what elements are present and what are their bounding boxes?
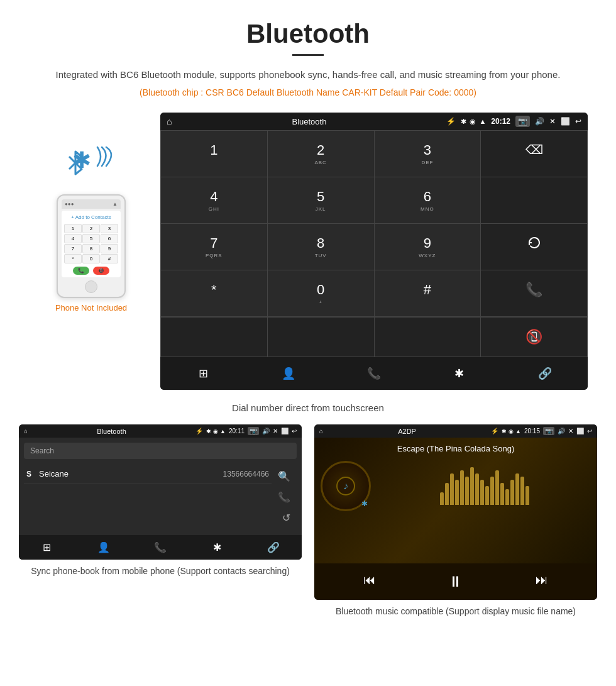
dial-key-8[interactable]: 8TUV [268, 224, 374, 270]
eq-bar [445, 483, 449, 505]
phone-home-button [85, 280, 97, 293]
phonebook-footer: ⊞ 👤 📞 ✱ 🔗 [19, 535, 302, 560]
phone-key-7: 7 [64, 244, 82, 253]
dial-key-4[interactable]: 4GHI [161, 177, 267, 223]
pb-close-icon: ✕ [273, 428, 278, 434]
pb-refresh-action-icon[interactable]: ↺ [280, 509, 293, 526]
phone-key-8: 8 [82, 244, 100, 253]
contact-letter: S [26, 470, 39, 479]
pb-status-title: Bluetooth [31, 428, 192, 435]
dial-key-7[interactable]: 7PQRS [161, 224, 267, 270]
footer-apps-icon[interactable]: ⊞ [161, 358, 246, 389]
ms-loc-icon: ◉ [509, 428, 514, 434]
phone-not-included-label: Phone Not Included [55, 303, 127, 313]
ms-home-icon: ⌂ [319, 428, 323, 434]
pb-footer-link[interactable]: 🔗 [246, 535, 302, 560]
ms-back-icon: ↩ [587, 428, 592, 434]
call-green-icon: 📞 [525, 282, 542, 297]
dial-key-call-red[interactable]: 📵 [481, 318, 587, 357]
album-bt-icon: ✱ [361, 499, 368, 508]
dial-key-call-green[interactable]: 📞 [481, 270, 587, 316]
back-icon: ↩ [575, 117, 581, 126]
dialpad-footer: ⊞ 👤 📞 ✱ 🔗 [160, 357, 588, 390]
pb-cam-icon: 📷 [248, 427, 259, 435]
ms-status-icons: ✱ ◉ ▲ [502, 428, 521, 434]
bt-logo-icon [66, 150, 85, 175]
pb-call-action-icon[interactable]: 📞 [275, 489, 293, 506]
page-header: Bluetooth Integrated with BC6 Bluetooth … [0, 0, 616, 113]
dial-key-3[interactable]: 3DEF [375, 131, 481, 177]
phonebook-screenshot: ⌂ Bluetooth ⚡ ✱ ◉ ▲ 20:11 📷 🔊 ✕ ⬜ ↩ [19, 424, 302, 618]
dial-key-0[interactable]: 0+ [268, 270, 374, 316]
page-title: Bluetooth [38, 19, 578, 49]
phonebook-content: Search S Seicane 13566664466 🔍 � [19, 438, 302, 535]
home-icon: ⌂ [167, 116, 172, 126]
phone-top-bar: ●●● ▲ [62, 199, 121, 209]
music-note-icon: ♪ [343, 480, 348, 492]
phone-bottom-buttons: 📞 📵 [64, 267, 118, 275]
pb-footer-apps[interactable]: ⊞ [19, 535, 75, 560]
end-call-row: 📵 [160, 317, 588, 357]
eq-bar [500, 483, 504, 505]
eq-bar [465, 477, 469, 505]
music-screen: ⌂ A2DP ⚡ ✱ ◉ ▲ 20:15 📷 🔊 ✕ ⬜ ↩ E [314, 424, 597, 600]
phonebook-caption-text: Sync phone-book from mobile phone (Suppo… [31, 566, 290, 576]
ms-signal-icon: ▲ [515, 428, 521, 434]
eq-bar [510, 480, 514, 505]
music-screenshot: ⌂ A2DP ⚡ ✱ ◉ ▲ 20:15 📷 🔊 ✕ ⬜ ↩ E [314, 424, 597, 618]
eq-bar [495, 470, 499, 505]
play-pause-button[interactable]: ⏸ [442, 570, 470, 594]
dialpad-statusbar: ⌂ Bluetooth ⚡ ✱ ◉ ▲ 20:12 📷 🔊 ✕ ⬜ ↩ [160, 113, 588, 130]
eq-bar [505, 489, 509, 505]
eq-bar [485, 486, 489, 505]
pb-footer-user[interactable]: 👤 [75, 535, 131, 560]
dial-key-empty1 [481, 177, 587, 223]
dial-key-hash[interactable]: # [375, 270, 481, 316]
next-track-button[interactable]: ⏭ [529, 570, 554, 594]
phone-key-6: 6 [101, 234, 118, 243]
end-call-empty2 [268, 318, 374, 357]
eq-bar [440, 492, 444, 505]
phone-key-star: * [64, 254, 82, 263]
end-call-empty1 [161, 318, 267, 357]
dial-caption: Dial number direct from touchscreen [232, 402, 384, 413]
footer-link-icon[interactable]: 🔗 [502, 358, 587, 389]
dial-key-backspace[interactable]: ⌫ [481, 131, 587, 177]
pb-loc-icon: ◉ [213, 428, 218, 434]
equalizer [378, 467, 591, 505]
pb-search-action-icon[interactable]: 🔍 [275, 468, 293, 485]
phone-key-4: 4 [64, 234, 82, 243]
footer-contacts-icon[interactable]: 👤 [246, 358, 331, 389]
dialpad-grid: 1 2ABC 3DEF ⌫ 4GHI 5JKL 6MNO 7PQRS 8TUV … [160, 130, 588, 317]
eq-bar [515, 473, 519, 505]
prev-track-button[interactable]: ⏮ [357, 570, 382, 594]
dial-key-6[interactable]: 6MNO [375, 177, 481, 223]
dial-key-refresh[interactable] [481, 224, 587, 270]
pb-vol-icon: 🔊 [262, 428, 270, 434]
phonebook-search[interactable]: Search [24, 443, 297, 459]
dial-key-5[interactable]: 5JKL [268, 177, 374, 223]
phonebook-caption: Sync phone-book from mobile phone (Suppo… [19, 565, 302, 578]
search-placeholder: Search [30, 446, 54, 455]
dial-key-2[interactable]: 2ABC [268, 131, 374, 177]
bottom-section: ⌂ Bluetooth ⚡ ✱ ◉ ▲ 20:11 📷 🔊 ✕ ⬜ ↩ [19, 424, 597, 618]
dialpad-status-title: Bluetooth [177, 117, 441, 126]
eq-bar [455, 480, 459, 505]
dial-key-1[interactable]: 1 [161, 131, 267, 177]
close-icon: ✕ [549, 117, 556, 126]
eq-bar [490, 477, 494, 505]
pb-footer-bt[interactable]: ✱ [189, 535, 245, 560]
music-statusbar: ⌂ A2DP ⚡ ✱ ◉ ▲ 20:15 📷 🔊 ✕ ⬜ ↩ [314, 424, 597, 438]
pb-footer-phone[interactable]: 📞 [132, 535, 188, 560]
phonebook-entry[interactable]: S Seicane 13566664466 [24, 464, 272, 484]
ms-close-icon: ✕ [568, 428, 573, 434]
dial-key-star[interactable]: * [161, 270, 267, 316]
eq-bar [460, 470, 464, 505]
usb-icon: ⚡ [446, 117, 456, 126]
footer-bluetooth-icon[interactable]: ✱ [417, 358, 502, 389]
album-art-inner: ♪ [336, 477, 355, 495]
main-content: ✱ ●●● ▲ + Ad [0, 113, 616, 628]
dial-key-9[interactable]: 9WXYZ [375, 224, 481, 270]
footer-phone-icon[interactable]: 📞 [332, 358, 417, 389]
ms-usb-icon: ⚡ [491, 428, 498, 434]
